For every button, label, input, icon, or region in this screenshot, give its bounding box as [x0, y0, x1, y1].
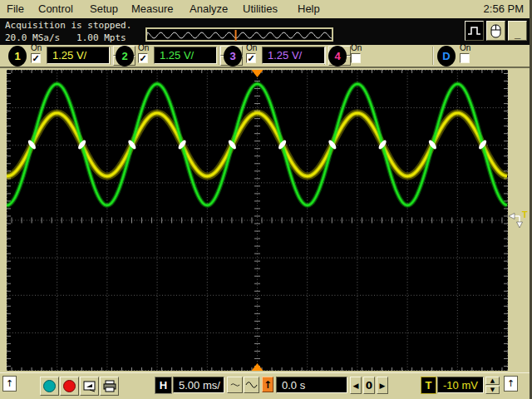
channel-1-on-label: On: [31, 43, 42, 52]
mouse-icon: [490, 24, 501, 38]
up-triangle-icon: ▲: [490, 377, 495, 384]
channel-4-badge[interactable]: 4: [328, 46, 347, 66]
export-button[interactable]: [80, 377, 99, 396]
channel-3-badge[interactable]: 3: [224, 46, 242, 66]
timebase-zoom-out-button[interactable]: [244, 377, 259, 393]
small-wave-icon: [230, 382, 240, 388]
oscilloscope-window: File Control Setup Measure Analyze Utili…: [0, 0, 532, 399]
digital-group: D On: [437, 46, 487, 67]
right-panel-arrow-button[interactable]: ↑: [504, 376, 518, 392]
channel-3-on-checkbox[interactable]: ✓: [246, 53, 256, 63]
menu-measure[interactable]: Measure: [131, 2, 174, 15]
export-icon: [83, 381, 96, 392]
digital-on-label: On: [460, 43, 470, 52]
channel-controls: 1 On ✓ 1.25 V/ 2 On ✓ 1.25 V/: [0, 45, 532, 68]
acquisition-preview[interactable]: [145, 27, 333, 42]
channel-2-badge[interactable]: 2: [116, 46, 134, 66]
clock: 2:56 PM: [484, 2, 524, 15]
channel-4-on-label: On: [351, 43, 362, 52]
timebase-field[interactable]: 5.00 ms/: [173, 377, 224, 393]
print-button[interactable]: [100, 377, 119, 396]
timebase-zoom-in-button[interactable]: [227, 377, 243, 393]
channel-4-on-checkbox[interactable]: [351, 53, 361, 63]
zero-label: 0: [366, 380, 372, 392]
menu-utilities[interactable]: Utilities: [243, 2, 278, 15]
waveform-display[interactable]: [7, 70, 508, 371]
horizontal-position-field[interactable]: 0.0 s: [276, 377, 347, 393]
channel-2-scale-field[interactable]: 1.25 V/: [154, 47, 217, 64]
minimize-button[interactable]: _: [508, 21, 527, 41]
trigger-level-field[interactable]: -10 mV: [437, 377, 484, 393]
trigger-mode-button[interactable]: [465, 21, 484, 41]
left-panel-arrow-button[interactable]: ↑: [2, 376, 17, 392]
minimize-icon: _: [515, 27, 520, 40]
position-right-button[interactable]: ▶: [377, 377, 388, 394]
channel-2-on-checkbox[interactable]: ✓: [138, 53, 148, 63]
menu-control[interactable]: Control: [38, 2, 73, 15]
pulse-icon: [467, 25, 481, 37]
display-area: T: [0, 68, 532, 372]
channel-3-on-label: On: [246, 43, 257, 52]
stop-button[interactable]: [60, 377, 79, 396]
large-wave-icon: [245, 381, 258, 389]
mouse-settings-button[interactable]: [486, 21, 505, 41]
trigger-level-indicator[interactable]: T: [509, 209, 531, 232]
position-left-button[interactable]: ◀: [350, 377, 362, 394]
printer-icon: [103, 380, 116, 392]
digital-channels-badge[interactable]: D: [437, 46, 456, 66]
run-icon: [43, 380, 56, 392]
up-arrow-icon: ↑: [507, 378, 515, 389]
up-arrow-icon: ↑: [6, 378, 13, 389]
bottom-toolbar: ↑ H 5.00 ms/ ↑ 0.0 s ◀: [0, 372, 532, 399]
preview-waveform: [147, 30, 332, 41]
channel-2-on-label: On: [138, 43, 149, 52]
channel-1-on-checkbox[interactable]: ✓: [31, 53, 41, 63]
position-zero-button[interactable]: 0: [363, 377, 375, 394]
menu-setup[interactable]: Setup: [90, 2, 118, 15]
trigger-drag-icon: T: [509, 209, 531, 232]
channel-1-badge[interactable]: 1: [8, 46, 27, 66]
horizontal-label: H: [155, 377, 172, 394]
trigger-label: T: [421, 377, 436, 394]
trigger-level-up-button[interactable]: ▲: [485, 377, 500, 385]
trigger-position-button[interactable]: ↑: [262, 377, 273, 392]
status-bar: Acquisition is stopped. 20.0 MSa/s 1.00 …: [0, 18, 532, 45]
run-button[interactable]: [40, 377, 59, 396]
menu-bar: File Control Setup Measure Analyze Utili…: [0, 0, 532, 18]
waveform-canvas: [7, 70, 508, 371]
down-triangle-icon: ▼: [490, 387, 495, 393]
menu-analyze[interactable]: Analyze: [190, 2, 228, 15]
right-triangle-icon: ▶: [380, 382, 386, 390]
up-arrow-icon: ↑: [264, 379, 272, 391]
acquisition-status: Acquisition is stopped. 20.0 MSa/s 1.00 …: [5, 19, 131, 44]
digital-on-checkbox[interactable]: [460, 53, 470, 63]
left-triangle-icon: ◀: [353, 382, 359, 390]
menu-file[interactable]: File: [7, 2, 24, 15]
trigger-level-down-button[interactable]: ▼: [485, 386, 500, 394]
menu-help[interactable]: Help: [298, 2, 320, 15]
stop-icon: [63, 380, 76, 392]
channel-4-group: 4 On: [328, 46, 378, 67]
channel-3-scale-field[interactable]: 1.25 V/: [262, 47, 325, 64]
svg-text:T: T: [522, 209, 528, 219]
channel-1-scale-field[interactable]: 1.25 V/: [47, 47, 110, 64]
